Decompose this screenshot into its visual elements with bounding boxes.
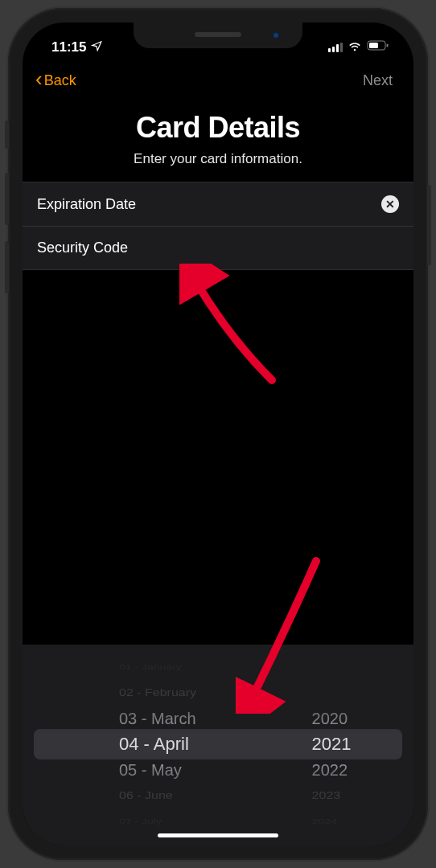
card-form: Expiration Date ✕ Security Code bbox=[23, 182, 413, 270]
month-option[interactable]: 07 - July bbox=[119, 813, 162, 829]
power-button bbox=[427, 185, 431, 265]
home-indicator[interactable] bbox=[158, 833, 278, 837]
battery-icon bbox=[367, 39, 389, 55]
security-label: Security Code bbox=[37, 240, 128, 256]
phone-frame: 11:15 bbox=[8, 8, 428, 860]
annotation-arrow-top bbox=[179, 264, 284, 392]
expiration-date-field[interactable]: Expiration Date ✕ bbox=[23, 182, 413, 226]
month-picker[interactable]: 01 - January 02 - February 03 - March 04… bbox=[23, 645, 272, 845]
volume-down-button bbox=[5, 241, 9, 293]
clear-expiration-button[interactable]: ✕ bbox=[381, 195, 399, 213]
screen: 11:15 bbox=[23, 23, 413, 845]
page-subtitle: Enter your card information. bbox=[39, 151, 397, 167]
date-picker[interactable]: 01 - January 02 - February 03 - March 04… bbox=[23, 645, 413, 845]
year-option[interactable]: 2022 bbox=[312, 757, 348, 783]
year-option[interactable]: 2020 bbox=[312, 706, 348, 731]
year-option[interactable]: 2024 bbox=[312, 813, 337, 829]
year-option-selected[interactable]: 2021 bbox=[312, 731, 352, 757]
volume-up-button bbox=[5, 173, 9, 225]
year-picker[interactable]: . . 2020 2021 2022 2023 2024 bbox=[272, 645, 413, 845]
cellular-icon bbox=[328, 43, 343, 52]
month-option[interactable]: 05 - May bbox=[119, 757, 182, 783]
security-code-field[interactable]: Security Code bbox=[23, 226, 413, 269]
front-camera bbox=[272, 31, 280, 39]
location-icon bbox=[91, 39, 102, 55]
notch bbox=[134, 23, 302, 48]
title-block: Card Details Enter your card information… bbox=[23, 100, 413, 182]
speaker-grille bbox=[195, 32, 241, 37]
month-option[interactable]: 06 - June bbox=[119, 785, 173, 806]
status-time: 11:15 bbox=[51, 39, 86, 55]
nav-bar: ‹ Back Next bbox=[23, 61, 413, 100]
month-option-selected[interactable]: 04 - April bbox=[119, 731, 189, 757]
year-option[interactable]: 2023 bbox=[312, 785, 341, 806]
page-title: Card Details bbox=[39, 111, 397, 145]
svg-rect-1 bbox=[369, 43, 378, 48]
month-option[interactable]: 03 - March bbox=[119, 706, 196, 731]
expiration-label: Expiration Date bbox=[37, 196, 136, 213]
svg-rect-2 bbox=[387, 44, 389, 47]
close-icon: ✕ bbox=[385, 198, 395, 211]
next-button[interactable]: Next bbox=[356, 68, 399, 94]
next-label: Next bbox=[363, 72, 393, 88]
month-option[interactable]: 02 - February bbox=[119, 682, 196, 703]
wifi-icon bbox=[348, 39, 362, 55]
chevron-left-icon: ‹ bbox=[35, 68, 43, 89]
back-button[interactable]: ‹ Back bbox=[29, 65, 83, 96]
silent-switch bbox=[5, 121, 9, 149]
back-label: Back bbox=[44, 72, 76, 89]
month-option[interactable]: 01 - January bbox=[119, 659, 182, 674]
